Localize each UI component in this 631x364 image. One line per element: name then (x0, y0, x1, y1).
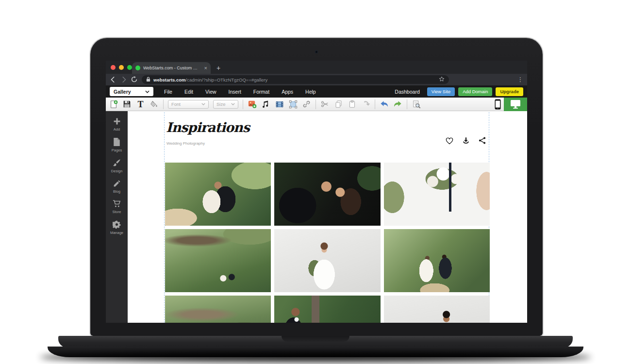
image-icon[interactable] (248, 99, 257, 109)
sidebar-item-label: Manage (110, 231, 123, 235)
text-icon[interactable]: T (136, 99, 145, 109)
toolbar-separator (375, 99, 375, 109)
sidebar-item-label: Design (111, 169, 122, 173)
undo-icon[interactable] (380, 99, 389, 109)
gallery-actions (128, 136, 489, 145)
copy-icon[interactable] (334, 99, 343, 109)
overflow-menu-icon[interactable]: ⋮ (517, 76, 523, 83)
toolbar-separator (316, 99, 316, 109)
forward-icon[interactable] (120, 76, 127, 83)
menu-bar-right: Dashboard View Site Add Domain Upgrade (395, 87, 523, 96)
sidebar-item-blog[interactable]: Blog (106, 180, 128, 194)
editor-sidebar: Add Pages Design Blog Store (106, 111, 128, 323)
font-dropdown-label: Font (171, 101, 181, 107)
reload-icon[interactable] (131, 76, 138, 83)
laptop-hinge-notch (282, 336, 349, 342)
gallery-photo[interactable] (384, 163, 490, 226)
toolbar-separator (243, 99, 243, 109)
gallery-photo[interactable] (274, 163, 380, 226)
save-icon[interactable] (122, 99, 132, 109)
sidebar-item-label: Pages (112, 148, 122, 152)
video-icon[interactable] (275, 99, 284, 109)
menu-item-insert[interactable]: Insert (229, 89, 241, 95)
gear-icon (113, 220, 121, 229)
menu-item-file[interactable]: File (164, 89, 172, 95)
pencil-icon (113, 180, 121, 187)
maximize-window-button[interactable] (127, 65, 132, 70)
add-domain-button[interactable]: Add Domain (458, 87, 492, 96)
sidebar-item-design[interactable]: Design (106, 159, 128, 173)
gallery-photo[interactable] (165, 229, 271, 292)
back-icon[interactable] (110, 76, 116, 83)
browser-tab-bar: WebStarts.com - Custom Web × + (106, 61, 527, 74)
new-tab-button[interactable]: + (216, 64, 220, 74)
rotate-icon[interactable] (361, 99, 370, 109)
font-dropdown[interactable]: Font (168, 100, 209, 109)
menu-items: File Edit View Insert Format Apps Help (164, 89, 316, 95)
menu-item-format[interactable]: Format (253, 89, 269, 95)
desktop-view-icon[interactable] (504, 98, 527, 111)
tab-close-icon[interactable]: × (204, 66, 207, 71)
redo-icon[interactable] (393, 99, 402, 109)
minimize-window-button[interactable] (119, 65, 124, 70)
menu-item-view[interactable]: View (205, 89, 216, 95)
gallery-photo[interactable] (165, 296, 271, 323)
size-dropdown[interactable]: Size (213, 100, 238, 109)
menu-item-edit[interactable]: Edit (184, 89, 193, 95)
browser-url-bar: webstarts.com/cadmin/?ship=OTkzNTgzOQ==#… (106, 74, 527, 85)
gallery-title[interactable]: Inspirations (166, 120, 249, 135)
plus-icon (113, 117, 121, 125)
sidebar-item-label: Blog (113, 189, 120, 194)
gallery-photo[interactable] (384, 296, 490, 323)
cut-icon[interactable] (320, 99, 330, 109)
new-page-icon[interactable] (109, 99, 118, 109)
download-icon[interactable] (462, 136, 470, 145)
close-window-button[interactable] (111, 65, 116, 70)
brush-icon (113, 159, 121, 167)
gallery-photo[interactable] (274, 296, 380, 323)
bookmark-star-icon[interactable] (439, 75, 445, 84)
webcam-icon (315, 50, 318, 53)
sidebar-item-manage[interactable]: Manage (106, 220, 128, 235)
page-selector-dropdown[interactable]: Gallery (110, 87, 153, 96)
menu-item-apps[interactable]: Apps (282, 89, 293, 95)
favorite-icon[interactable] (445, 136, 454, 145)
sidebar-item-add[interactable]: Add (106, 117, 128, 132)
view-site-button[interactable]: View Site (427, 87, 455, 96)
site-favicon (135, 66, 140, 70)
mobile-view-icon[interactable] (491, 99, 504, 110)
page-selector-value: Gallery (114, 89, 131, 95)
chevron-down-icon (145, 90, 149, 93)
device-preview-toggle (491, 98, 527, 111)
dashboard-link[interactable]: Dashboard (395, 89, 419, 95)
link-icon[interactable] (302, 99, 311, 109)
gallery-photo[interactable] (274, 229, 380, 292)
sidebar-item-store[interactable]: Store (106, 200, 128, 214)
browser-tab[interactable]: WebStarts.com - Custom Web × (132, 62, 211, 74)
editor-workspace: Add Pages Design Blog Store (106, 111, 527, 323)
size-dropdown-label: Size (216, 101, 225, 107)
gallery-photo[interactable] (384, 229, 490, 292)
cart-icon (113, 200, 121, 208)
fill-icon[interactable] (149, 99, 159, 109)
laptop-base (58, 336, 573, 347)
page-url: webstarts.com/cadmin/?ship=OTkzNTgzOQ==#… (153, 77, 436, 83)
shape-icon[interactable] (288, 99, 298, 109)
menu-item-help[interactable]: Help (305, 89, 316, 95)
sidebar-item-label: Store (113, 210, 121, 214)
sidebar-item-pages[interactable]: Pages (106, 138, 128, 152)
upgrade-button[interactable]: Upgrade (496, 87, 523, 96)
toolbar-separator (407, 99, 407, 109)
toolbar-separator (163, 99, 164, 109)
lock-icon (146, 75, 150, 84)
laptop-mockup: WebStarts.com - Custom Web × + webstarts… (0, 0, 631, 364)
address-bar-input[interactable]: webstarts.com/cadmin/?ship=OTkzNTgzOQ==#… (142, 75, 449, 84)
music-icon[interactable] (261, 99, 270, 109)
page-icon (113, 138, 120, 146)
browser-window: WebStarts.com - Custom Web × + webstarts… (106, 61, 527, 323)
share-icon[interactable] (478, 136, 487, 145)
paste-icon[interactable] (348, 99, 357, 109)
preview-icon[interactable] (412, 99, 421, 109)
gallery-photo[interactable] (165, 163, 271, 226)
photo-grid (165, 163, 490, 323)
